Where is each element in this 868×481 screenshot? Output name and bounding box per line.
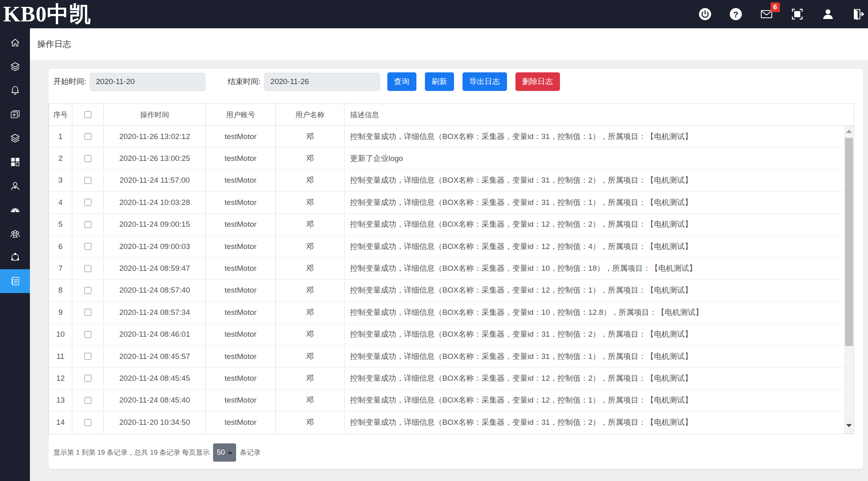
bell-icon	[10, 85, 21, 96]
row-checkbox-cell	[72, 126, 104, 147]
table-body-rows: 1 2020-11-26 13:02:12 testMotor 邓 控制变量成功…	[49, 126, 844, 433]
sidebar-item-dashboard[interactable]	[0, 198, 30, 222]
row-checkbox[interactable]	[84, 309, 91, 316]
row-checkbox[interactable]	[84, 221, 91, 228]
row-no: 9	[49, 302, 72, 323]
user-icon[interactable]	[821, 7, 835, 21]
page-size-value: 50	[217, 448, 225, 457]
table-row: 12 2020-11-24 08:45:45 testMotor 邓 控制变量成…	[49, 367, 844, 389]
sidebar-item-templates[interactable]	[0, 126, 30, 150]
scrollbar-thumb[interactable]	[845, 138, 853, 346]
grid-icon	[10, 156, 21, 167]
row-account: testMotor	[206, 126, 276, 147]
delete-log-button[interactable]: 删除日志	[515, 72, 560, 91]
plus-square-icon	[10, 109, 21, 120]
row-checkbox-cell	[72, 192, 104, 213]
refresh-button[interactable]: 刷新	[425, 72, 454, 91]
table-row: 14 2020-11-20 10:34:50 testMotor 邓 控制变量成…	[49, 411, 844, 433]
log-panel: 开始时间: 结束时间: 查询 刷新 导出日志 删除日志 序号 操作时间 用户账号	[49, 69, 863, 469]
start-time-input[interactable]	[90, 73, 205, 91]
table-row: 1 2020-11-26 13:02:12 testMotor 邓 控制变量成功…	[49, 126, 844, 148]
row-checkbox-cell	[72, 411, 104, 433]
row-checkbox[interactable]	[84, 397, 91, 404]
sidebar-item-apps-grid[interactable]	[0, 150, 30, 174]
table-row: 4 2020-11-24 10:03:28 testMotor 邓 控制变量成功…	[49, 192, 844, 213]
row-username: 邓	[276, 148, 344, 169]
table-row: 8 2020-11-24 08:57:40 testMotor 邓 控制变量成功…	[49, 280, 844, 302]
row-account: testMotor	[206, 148, 276, 169]
layers-icon	[10, 133, 21, 143]
row-checkbox-cell	[72, 257, 104, 279]
sidebar-item-operation-log[interactable]	[0, 269, 30, 293]
row-checkbox[interactable]	[84, 287, 91, 294]
sidebar-item-add-box[interactable]	[0, 102, 30, 126]
home-icon	[10, 37, 21, 48]
row-checkbox-cell	[72, 280, 104, 301]
row-checkbox[interactable]	[84, 243, 91, 250]
row-no: 13	[49, 390, 72, 411]
power-icon[interactable]	[698, 7, 712, 21]
export-log-button[interactable]: 导出日志	[463, 72, 507, 91]
svg-text:?: ?	[733, 10, 739, 19]
row-checkbox[interactable]	[84, 419, 91, 426]
page-size-dropdown[interactable]: 50	[213, 443, 236, 462]
row-account: testMotor	[206, 367, 276, 389]
row-username: 邓	[276, 302, 344, 323]
row-checkbox[interactable]	[84, 265, 91, 272]
sidebar-item-alarms[interactable]	[0, 78, 30, 102]
row-account: testMotor	[206, 302, 276, 323]
sidebar-item-account[interactable]	[0, 174, 30, 198]
topbar: KB0中凯 ? 6	[0, 0, 868, 28]
row-checkbox[interactable]	[84, 199, 91, 206]
row-description: 控制变量成功，详细信息（BOX名称：采集器，变量id：12，控制值：2），所属项…	[344, 214, 844, 235]
scrollbar-up-arrow[interactable]	[844, 126, 854, 137]
table-scrollbar[interactable]	[844, 126, 854, 434]
header-time: 操作时间	[104, 104, 206, 125]
end-time-input[interactable]	[264, 73, 380, 91]
sidebar-item-users[interactable]	[0, 222, 30, 245]
row-no: 5	[49, 214, 72, 235]
query-button[interactable]: 查询	[387, 72, 416, 91]
row-no: 7	[49, 257, 72, 279]
row-no: 6	[49, 236, 72, 257]
row-checkbox[interactable]	[84, 353, 91, 360]
row-account: testMotor	[206, 192, 276, 213]
sidebar-item-home[interactable]	[0, 31, 30, 55]
row-description: 控制变量成功，详细信息（BOX名称：采集器，变量id：31，控制值：2），所属项…	[344, 170, 844, 191]
row-account: testMotor	[206, 390, 276, 411]
scrollbar-down-arrow[interactable]	[844, 420, 854, 431]
row-checkbox[interactable]	[84, 331, 91, 338]
pagination: 显示第 1 到第 19 条记录，总共 19 条记录 每页显示 50 条记录	[53, 443, 863, 462]
select-all-checkbox[interactable]	[84, 111, 91, 118]
help-icon[interactable]: ?	[729, 7, 743, 21]
users-group-icon	[10, 228, 21, 239]
row-checkbox-cell	[72, 214, 104, 235]
row-checkbox[interactable]	[84, 375, 91, 382]
row-username: 邓	[276, 214, 344, 235]
row-username: 邓	[276, 367, 344, 389]
row-no: 14	[49, 411, 72, 433]
sidebar	[0, 28, 30, 481]
row-username: 邓	[276, 192, 344, 213]
logout-icon[interactable]	[852, 7, 866, 21]
fullscreen-icon[interactable]	[790, 7, 804, 21]
layers-icon	[10, 61, 21, 72]
row-username: 邓	[276, 324, 344, 345]
row-account: testMotor	[206, 257, 276, 279]
row-checkbox[interactable]	[84, 177, 91, 184]
row-checkbox[interactable]	[84, 133, 91, 140]
mail-icon[interactable]: 6	[760, 7, 773, 21]
row-description: 控制变量成功，详细信息（BOX名称：采集器，变量id：31，控制值：2），所属项…	[344, 324, 844, 345]
row-checkbox[interactable]	[84, 155, 91, 162]
table-row: 13 2020-11-24 08:45:40 testMotor 邓 控制变量成…	[49, 390, 844, 411]
table-row: 11 2020-11-24 08:45:57 testMotor 邓 控制变量成…	[49, 346, 844, 367]
page-title: 操作日志	[30, 28, 868, 60]
sidebar-item-network[interactable]	[0, 245, 30, 269]
header-no: 序号	[49, 104, 72, 125]
row-no: 10	[49, 324, 72, 345]
sidebar-item-projects[interactable]	[0, 55, 30, 78]
table-row: 9 2020-11-24 08:57:34 testMotor 邓 控制变量成功…	[49, 302, 844, 323]
pagination-summary: 显示第 1 到第 19 条记录，总共 19 条记录 每页显示	[53, 448, 209, 457]
end-time-label: 结束时间:	[228, 76, 260, 87]
row-no: 3	[49, 170, 72, 191]
